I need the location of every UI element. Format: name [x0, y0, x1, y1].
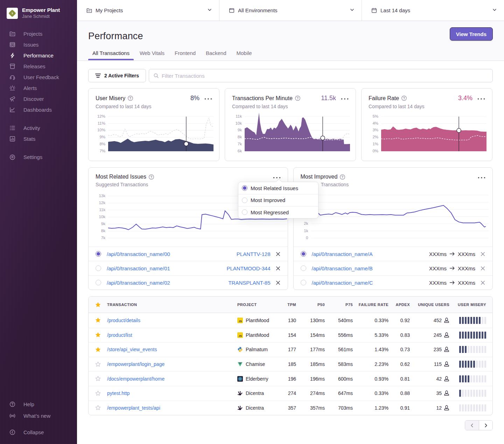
svg-text:JS: JS	[239, 319, 242, 322]
svg-text:JS: JS	[239, 334, 242, 337]
